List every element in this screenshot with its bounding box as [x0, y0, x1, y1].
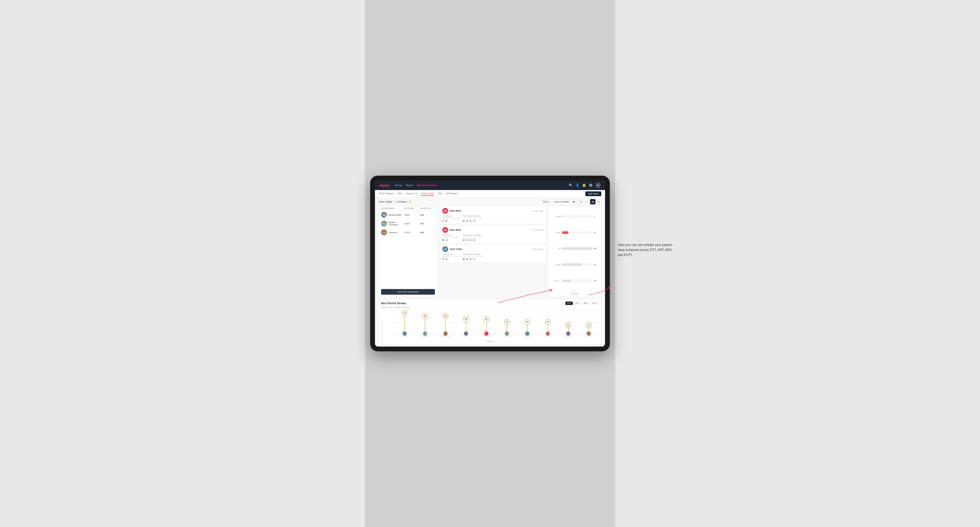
- axis-zero: 0: [550, 290, 551, 292]
- content-grid: PLAYER NAME PB SCORE PB AVG SQ RB 1: [375, 206, 605, 299]
- period-select[interactable]: Last 3 months Last 6 months Last 12 mont…: [551, 199, 576, 204]
- ott-val-3: 0: [463, 258, 464, 260]
- subtitle-detail: Fairway Accuracy: [393, 306, 410, 308]
- bar-container-pars: [562, 247, 593, 250]
- card-name-1: Rees Britt: [450, 210, 461, 212]
- rank-badge-2: 2: [385, 224, 387, 227]
- filter-putt[interactable]: PUTT: [590, 302, 599, 305]
- bar-value-pars: 499: [593, 248, 599, 249]
- chart-x-label: Total Shots: [550, 293, 599, 295]
- rounds-values-2: 8 4: [442, 239, 458, 241]
- lb-col-player: PLAYER NAME: [381, 207, 404, 209]
- bar-row-pars: Pars 499: [550, 247, 599, 250]
- lb-col-avg: PB AVG SQ: [420, 207, 435, 209]
- bar-value-eagles: 3: [593, 216, 599, 217]
- app-val-2: 0: [466, 239, 468, 241]
- player-row: RB 1 Richard Butler 19/20 110: [379, 211, 437, 219]
- sub-nav-team-clippd[interactable]: Team Clippd: [421, 192, 434, 196]
- card-stats-2: Total Rounds Tournament Practice 8 4: [442, 234, 543, 241]
- activities-values: 0 0 0 1: [463, 220, 483, 222]
- search-icon[interactable]: 🔍: [569, 183, 573, 187]
- player-card-1: RB Rees Britt 02 Sep 2023 Total Rounds: [439, 206, 546, 224]
- svg-point-53: [566, 332, 570, 336]
- rank-badge-3: 3: [385, 233, 387, 235]
- add-team-button[interactable]: Add Team: [585, 191, 601, 196]
- y-tick-0: 0: [393, 332, 394, 334]
- rank-badge-1: 1: [385, 216, 387, 218]
- avatar[interactable]: U: [595, 183, 601, 188]
- settings-icon[interactable]: ⚙️: [589, 183, 593, 187]
- svg-text:3x: 3x: [567, 324, 570, 326]
- rounds-sub-labels-3: Tournament Practice: [442, 256, 458, 257]
- bar-value-dbogeys: 131: [593, 280, 599, 282]
- bell-icon[interactable]: 🔔: [582, 183, 586, 187]
- bar-fill-pars: [562, 247, 593, 250]
- filter-ott[interactable]: OTT: [565, 302, 573, 305]
- sub-nav-pga[interactable]: PGA: [397, 192, 402, 196]
- stat-activities-2: Total Practice Activities OTT APP ARG PU…: [463, 234, 483, 241]
- sub-nav-links: PGAT Players PGA Hcaps 1-5 Team Clippd T…: [379, 192, 585, 196]
- practice-value-2: 4: [446, 239, 447, 241]
- player-info: RB 1 Richard Butler: [381, 212, 404, 218]
- streaks-header: Best Round Streaks OTT APP ARG PUTT: [381, 302, 599, 305]
- bar-container-eagles: [562, 215, 593, 218]
- player-cards-panel: RB Rees Britt 02 Sep 2023 Total Rounds: [439, 206, 546, 297]
- svg-point-51: [525, 332, 530, 336]
- svg-point-46: [423, 332, 427, 336]
- card-view-button[interactable]: ▤: [590, 199, 595, 205]
- sub-nav-pgat[interactable]: PGAT Players: [379, 192, 394, 196]
- arg-val-2: 0: [470, 239, 471, 241]
- settings-view-button[interactable]: ⊟: [596, 199, 601, 205]
- card-player-3: JC Josh Coles: [442, 246, 462, 252]
- grid-view-button[interactable]: ⊞: [578, 199, 584, 205]
- rounds-values-3: 7 2: [442, 258, 458, 260]
- tournament-label-3: Tournament: [442, 256, 451, 257]
- player-card-3: JC Josh Coles 26 Aug 2023 Total Rounds: [439, 244, 546, 262]
- list-view-button[interactable]: ≡: [584, 199, 590, 205]
- rounds-label: Total Rounds: [442, 215, 458, 217]
- card-header-2: RB Rees Britt 02 Sep 2023: [442, 227, 543, 233]
- bar-fill-dbogeys: [562, 279, 571, 282]
- nav-home[interactable]: Home: [395, 183, 402, 187]
- card-avatar-2: RB: [442, 227, 448, 233]
- card-header-1: RB Rees Britt 02 Sep 2023: [442, 208, 543, 214]
- edit-icon[interactable]: ✏️: [409, 200, 412, 203]
- navbar: clippd Home Teams My Performance 🔍 👤 🔔 ⚙…: [375, 181, 605, 190]
- nav-my-performance[interactable]: My Performance: [417, 183, 436, 187]
- streaks-title: Best Round Streaks: [381, 302, 406, 305]
- x-axis-label: Players: [487, 340, 493, 342]
- svg-text:6x: 6x: [424, 315, 426, 317]
- filter-app[interactable]: APP: [574, 302, 581, 305]
- svg-point-49: [484, 332, 488, 336]
- stat-rounds: Total Rounds Tournament Practice 7 6: [442, 215, 458, 222]
- player-row: CA 3 Cameron... 17/20 103: [379, 228, 437, 237]
- card-stats-3: Total Rounds Tournament Practice 7 2: [442, 253, 543, 260]
- svg-text:4x: 4x: [506, 321, 508, 323]
- filter-arg[interactable]: ARG: [582, 302, 590, 305]
- streaks-section: Best Round Streaks OTT APP ARG PUTT Off …: [379, 299, 601, 344]
- nav-teams[interactable]: Teams: [406, 183, 413, 187]
- arg-label: ARG: [474, 217, 477, 219]
- user-icon[interactable]: 👤: [576, 183, 579, 187]
- player-row: EC 2 Edward Crossman 18/20 107: [379, 219, 437, 228]
- bar-row-eagles: Eagles 3: [550, 215, 599, 218]
- y-tick-4: 4: [393, 321, 394, 323]
- pb-avg-2: 107: [420, 222, 435, 225]
- putt-label-2: PUTT: [479, 237, 483, 238]
- sub-nav-hcaps[interactable]: Hcaps 1-5: [406, 192, 417, 196]
- svg-point-47: [444, 332, 448, 336]
- app-val-1: 0: [466, 220, 468, 222]
- ott-val-2: 0: [463, 239, 464, 241]
- card-date-1: 02 Sep 2023: [532, 210, 543, 212]
- bar-label-pars: Pars: [550, 248, 561, 249]
- activities-values-3: 0 0 0 1: [463, 258, 483, 260]
- svg-text:3x: 3x: [588, 324, 590, 326]
- svg-point-45: [402, 332, 407, 336]
- activities-sub-labels-2: OTT APP ARG PUTT: [463, 237, 483, 238]
- team-title: Team Clippd | 14 Players ✏️: [379, 200, 412, 203]
- sub-nav-tour[interactable]: Tour: [438, 192, 442, 196]
- view-leaderboard-button[interactable]: View Full Leaderboard: [381, 289, 435, 295]
- sub-nav-all-players[interactable]: All Players: [446, 192, 458, 196]
- tournament-label-2: Tournament: [442, 237, 451, 238]
- bar-chart: Eagles 3 Birdies: [550, 208, 599, 289]
